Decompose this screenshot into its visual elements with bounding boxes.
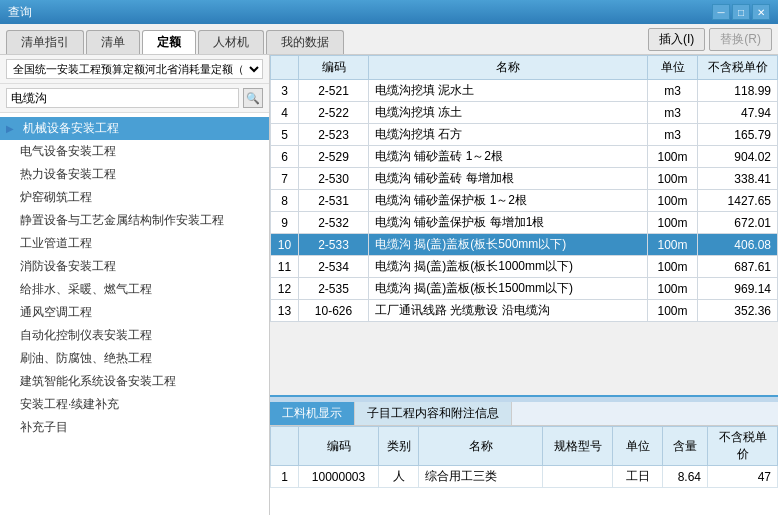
cell-code: 10-626 bbox=[299, 300, 369, 322]
tab-material[interactable]: 人材机 bbox=[198, 30, 264, 54]
table-row[interactable]: 3 2-521 电缆沟挖填 泥水土 m3 118.99 bbox=[271, 80, 778, 102]
tab-guide[interactable]: 清单指引 bbox=[6, 30, 84, 54]
bottom-table: 编码 类别 名称 规格型号 单位 含量 不含税单价 1 10000003 人 bbox=[270, 426, 778, 488]
cell-price: 904.02 bbox=[698, 146, 778, 168]
cell-num: 10 bbox=[271, 234, 299, 256]
tree-item-furnace[interactable]: 炉窑砌筑工程 bbox=[0, 186, 269, 209]
replace-button[interactable]: 替换(R) bbox=[709, 28, 772, 51]
search-button[interactable]: 🔍 bbox=[243, 88, 263, 108]
maximize-button[interactable]: □ bbox=[732, 4, 750, 20]
cell-name: 电缆沟挖填 冻土 bbox=[369, 102, 648, 124]
search-input[interactable] bbox=[6, 88, 239, 108]
cell-name: 电缆沟 铺砂盖砖 每增加根 bbox=[369, 168, 648, 190]
cell-code: 2-529 bbox=[299, 146, 369, 168]
cell-price: 118.99 bbox=[698, 80, 778, 102]
cell-num: 4 bbox=[271, 102, 299, 124]
tree-item-water[interactable]: 给排水、采暖、燃气工程 bbox=[0, 278, 269, 301]
tree-item-supplement[interactable]: 补充子目 bbox=[0, 416, 269, 439]
tab-mydata[interactable]: 我的数据 bbox=[266, 30, 344, 54]
content-area: 全国统一安装工程预算定额河北省消耗量定额（ 🔍 ▶ 机械设备安装工程 电气设备安… bbox=[0, 55, 778, 515]
tab-child-info[interactable]: 子目工程内容和附注信息 bbox=[355, 402, 512, 425]
cell-price: 406.08 bbox=[698, 234, 778, 256]
cell-unit: 100m bbox=[648, 256, 698, 278]
bottom-section: 工料机显示 子目工程内容和附注信息 编码 类别 名称 规格型号 单位 bbox=[270, 395, 778, 515]
cell-num: 11 bbox=[271, 256, 299, 278]
cell-price: 47.94 bbox=[698, 102, 778, 124]
cell-code: 2-533 bbox=[299, 234, 369, 256]
bot-cell-num: 1 bbox=[271, 466, 299, 488]
bot-col-unit: 单位 bbox=[613, 427, 663, 466]
col-header-name: 名称 bbox=[369, 56, 648, 80]
table-row[interactable]: 9 2-532 电缆沟 铺砂盖保护板 每增加1根 100m 672.01 bbox=[271, 212, 778, 234]
bot-cell-price: 47 bbox=[708, 466, 778, 488]
table-row[interactable]: 7 2-530 电缆沟 铺砂盖砖 每增加根 100m 338.41 bbox=[271, 168, 778, 190]
cell-code: 2-535 bbox=[299, 278, 369, 300]
tree-item-ventilation[interactable]: 通风空调工程 bbox=[0, 301, 269, 324]
table-row[interactable]: 13 10-626 工厂通讯线路 光缆敷设 沿电缆沟 100m 352.36 bbox=[271, 300, 778, 322]
window-controls: ─ □ ✕ bbox=[712, 4, 770, 20]
cell-unit: 100m bbox=[648, 190, 698, 212]
tree-item-thermal[interactable]: 热力设备安装工程 bbox=[0, 163, 269, 186]
left-panel-header: 全国统一安装工程预算定额河北省消耗量定额（ bbox=[0, 55, 269, 84]
cell-name: 电缆沟挖填 石方 bbox=[369, 124, 648, 146]
tab-quota[interactable]: 定额 bbox=[142, 30, 196, 54]
tree-item-painting[interactable]: 刷油、防腐蚀、绝热工程 bbox=[0, 347, 269, 370]
cell-name: 电缆沟 铺砂盖保护板 1～2根 bbox=[369, 190, 648, 212]
cell-price: 672.01 bbox=[698, 212, 778, 234]
bottom-table-container: 编码 类别 名称 规格型号 单位 含量 不含税单价 1 10000003 人 bbox=[270, 426, 778, 515]
table-row[interactable]: 10 2-533 电缆沟 揭(盖)盖板(板长500mm以下) 100m 406.… bbox=[271, 234, 778, 256]
quota-dropdown[interactable]: 全国统一安装工程预算定额河北省消耗量定额（ bbox=[6, 59, 263, 79]
tree-item-electrical[interactable]: 电气设备安装工程 bbox=[0, 140, 269, 163]
tree-item-building-smart[interactable]: 建筑智能化系统设备安装工程 bbox=[0, 370, 269, 393]
bot-cell-amount: 8.64 bbox=[663, 466, 708, 488]
minimize-button[interactable]: ─ bbox=[712, 4, 730, 20]
table-row[interactable]: 8 2-531 电缆沟 铺砂盖保护板 1～2根 100m 1427.65 bbox=[271, 190, 778, 212]
table-row[interactable]: 12 2-535 电缆沟 揭(盖)盖板(板长1500mm以下) 100m 969… bbox=[271, 278, 778, 300]
col-header-code: 编码 bbox=[299, 56, 369, 80]
cell-num: 3 bbox=[271, 80, 299, 102]
col-header-num bbox=[271, 56, 299, 80]
main-table-container: 编码 名称 单位 不含税单价 3 2-521 电缆沟挖填 泥水土 m3 118.… bbox=[270, 55, 778, 395]
bot-col-num bbox=[271, 427, 299, 466]
expand-arrow: ▶ bbox=[6, 123, 18, 134]
tree-item-install-supplement[interactable]: 安装工程·续建补充 bbox=[0, 393, 269, 416]
table-row[interactable]: 5 2-523 电缆沟挖填 石方 m3 165.79 bbox=[271, 124, 778, 146]
cell-name: 电缆沟挖填 泥水土 bbox=[369, 80, 648, 102]
tree-item-static[interactable]: 静置设备与工艺金属结构制作安装工程 bbox=[0, 209, 269, 232]
tree-item-automation[interactable]: 自动化控制仪表安装工程 bbox=[0, 324, 269, 347]
main-container: 清单指引 清单 定额 人材机 我的数据 插入(I) 替换(R) 全国统一安装工程… bbox=[0, 24, 778, 515]
cell-price: 1427.65 bbox=[698, 190, 778, 212]
cell-num: 6 bbox=[271, 146, 299, 168]
cell-num: 9 bbox=[271, 212, 299, 234]
table-row[interactable]: 6 2-529 电缆沟 铺砂盖砖 1～2根 100m 904.02 bbox=[271, 146, 778, 168]
insert-button[interactable]: 插入(I) bbox=[648, 28, 705, 51]
tab-list[interactable]: 清单 bbox=[86, 30, 140, 54]
cell-code: 2-521 bbox=[299, 80, 369, 102]
bottom-table-row[interactable]: 1 10000003 人 综合用工三类 工日 8.64 47 bbox=[271, 466, 778, 488]
tree-item-fire[interactable]: 消防设备安装工程 bbox=[0, 255, 269, 278]
cell-name: 电缆沟 揭(盖)盖板(板长1000mm以下) bbox=[369, 256, 648, 278]
cell-num: 5 bbox=[271, 124, 299, 146]
col-header-price: 不含税单价 bbox=[698, 56, 778, 80]
search-bar: 🔍 bbox=[0, 84, 269, 113]
title-bar: 查询 ─ □ ✕ bbox=[0, 0, 778, 24]
cell-name: 电缆沟 揭(盖)盖板(板长1500mm以下) bbox=[369, 278, 648, 300]
tree-container: ▶ 机械设备安装工程 电气设备安装工程 热力设备安装工程 炉窑砌筑工程 静置设备… bbox=[0, 113, 269, 515]
tab-labor-display[interactable]: 工料机显示 bbox=[270, 402, 355, 425]
close-button[interactable]: ✕ bbox=[752, 4, 770, 20]
cell-num: 13 bbox=[271, 300, 299, 322]
bot-col-price: 不含税单价 bbox=[708, 427, 778, 466]
col-header-unit: 单位 bbox=[648, 56, 698, 80]
bottom-tabs: 工料机显示 子目工程内容和附注信息 bbox=[270, 402, 778, 426]
bot-col-spec: 规格型号 bbox=[543, 427, 613, 466]
table-row[interactable]: 4 2-522 电缆沟挖填 冻土 m3 47.94 bbox=[271, 102, 778, 124]
cell-unit: 100m bbox=[648, 278, 698, 300]
bot-col-code: 编码 bbox=[299, 427, 379, 466]
tree-item-mechanical[interactable]: ▶ 机械设备安装工程 bbox=[0, 117, 269, 140]
cell-name: 工厂通讯线路 光缆敷设 沿电缆沟 bbox=[369, 300, 648, 322]
cell-num: 7 bbox=[271, 168, 299, 190]
cell-unit: m3 bbox=[648, 80, 698, 102]
table-row[interactable]: 11 2-534 电缆沟 揭(盖)盖板(板长1000mm以下) 100m 687… bbox=[271, 256, 778, 278]
cell-code: 2-534 bbox=[299, 256, 369, 278]
tree-item-industrial[interactable]: 工业管道工程 bbox=[0, 232, 269, 255]
